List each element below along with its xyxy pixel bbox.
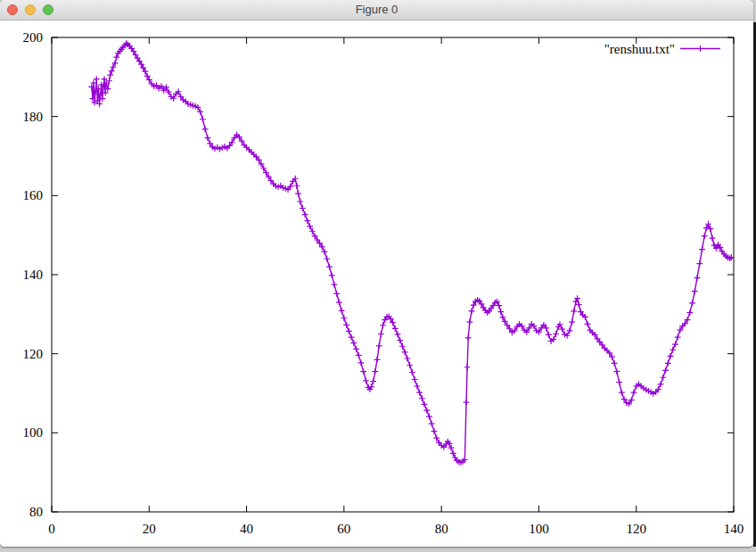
legend-label: "renshuu.txt" — [604, 42, 675, 56]
legend-marker-sample — [697, 45, 703, 52]
series-markers — [88, 40, 734, 465]
x-tick-label: 20 — [143, 522, 156, 536]
x-tick-label: 0 — [48, 522, 55, 536]
chart-svg: 02040608010012014080100120140160180200"r… — [0, 21, 753, 547]
y-tick-label: 80 — [29, 505, 43, 519]
y-tick-label: 160 — [23, 188, 44, 202]
close-button[interactable] — [7, 4, 18, 15]
plot-border — [52, 37, 734, 512]
minimize-button[interactable] — [25, 4, 36, 15]
x-tick-label: 80 — [435, 522, 448, 536]
zoom-button[interactable] — [43, 4, 53, 15]
y-tick-label: 120 — [23, 347, 44, 361]
x-tick-label: 40 — [240, 522, 253, 536]
screen: Figure 0 0204060801001201408010012014016… — [0, 0, 756, 552]
x-tick-label: 140 — [724, 522, 744, 536]
window-title: Figure 0 — [0, 0, 753, 20]
x-tick-label: 120 — [626, 522, 646, 536]
y-tick-label: 140 — [23, 268, 44, 282]
plot-area: 02040608010012014080100120140160180200"r… — [0, 21, 753, 547]
y-tick-label: 200 — [23, 30, 44, 45]
gnuplot-figure-window: Figure 0 0204060801001201408010012014016… — [0, 0, 753, 547]
window-titlebar[interactable]: Figure 0 — [0, 0, 753, 21]
y-tick-label: 180 — [23, 110, 44, 124]
x-tick-label: 60 — [337, 522, 350, 536]
traffic-lights — [7, 4, 53, 15]
y-tick-label: 100 — [23, 425, 44, 440]
x-tick-label: 100 — [529, 522, 549, 536]
